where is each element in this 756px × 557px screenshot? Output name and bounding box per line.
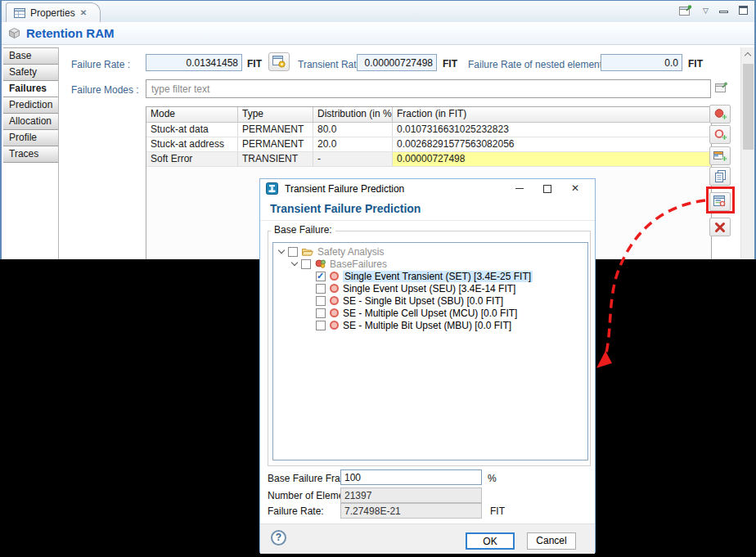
calculate-failure-rate-button[interactable] bbox=[268, 52, 290, 71]
close-icon[interactable]: ✕ bbox=[80, 8, 87, 17]
add-failure-modes-table-button[interactable] bbox=[709, 146, 731, 165]
expander-icon[interactable] bbox=[291, 259, 298, 266]
link-with-editor-icon[interactable] bbox=[715, 82, 728, 92]
failure-rate-field[interactable] bbox=[146, 54, 242, 71]
sidebar-item-base[interactable]: Base bbox=[3, 48, 58, 65]
view-tab-bar: Properties ✕ ▽ bbox=[2, 1, 754, 22]
tree-item-safety-analysis[interactable]: Safety Analysis bbox=[273, 245, 384, 258]
column-header-distribution[interactable]: Distribution (in %) bbox=[313, 107, 393, 122]
tree-item-mcu[interactable]: SE - Multiple Cell Upset (MCU) [0.0 FIT] bbox=[273, 307, 517, 319]
tree-label: SE - Single Bit Upset (SBU) [0.0 FIT] bbox=[343, 295, 503, 307]
sidebar-item-failures[interactable]: Failures bbox=[3, 81, 58, 97]
cell-distribution: - bbox=[313, 152, 393, 166]
add-transient-failure-mode-button[interactable] bbox=[709, 125, 731, 144]
failure-modes-label: Failure Modes : bbox=[71, 84, 139, 96]
ok-button[interactable]: OK bbox=[466, 532, 515, 550]
number-of-elements-field bbox=[340, 487, 482, 503]
cell-type: PERMANENT bbox=[238, 123, 313, 137]
tree-item-mbu[interactable]: SE - Multiple Bit Upset (MBU) [0.0 FIT] bbox=[273, 319, 511, 331]
checkbox-set[interactable] bbox=[316, 272, 326, 281]
cell-distribution: 20.0 bbox=[313, 137, 393, 151]
sidebar-item-prediction[interactable]: Prediction bbox=[3, 97, 58, 114]
base-failure-icon bbox=[330, 308, 339, 317]
sidebar-item-traces[interactable]: Traces bbox=[3, 146, 58, 163]
tab-properties[interactable]: Properties ✕ bbox=[6, 2, 101, 22]
copy-icon bbox=[714, 170, 727, 183]
dialog-fit-unit: FIT bbox=[490, 505, 505, 517]
cancel-button[interactable]: Cancel bbox=[527, 532, 576, 550]
maximize-icon[interactable] bbox=[739, 6, 748, 15]
checkbox-sbu[interactable] bbox=[316, 296, 326, 306]
add-transient-failure-icon bbox=[713, 128, 727, 141]
checkbox-mbu[interactable] bbox=[316, 321, 326, 330]
base-failure-icon bbox=[330, 321, 339, 330]
view-menu-icon[interactable]: ▽ bbox=[703, 7, 709, 15]
checkbox-safety-analysis[interactable] bbox=[288, 247, 298, 257]
checkbox-basefailures[interactable] bbox=[301, 259, 311, 269]
sidebar-item-safety[interactable]: Safety bbox=[3, 65, 58, 81]
dialog-maximize-icon[interactable] bbox=[535, 179, 560, 197]
delete-failure-mode-button[interactable] bbox=[709, 218, 731, 236]
cell-distribution: 80.0 bbox=[313, 123, 393, 137]
add-table-icon bbox=[713, 150, 727, 163]
dialog-minimize-icon[interactable] bbox=[507, 179, 532, 197]
vertical-scrollbar[interactable] bbox=[740, 47, 754, 259]
base-failure-group-label: Base Failure: bbox=[271, 224, 335, 236]
add-failure-mode-icon bbox=[713, 108, 727, 121]
cell-type: PERMANENT bbox=[238, 137, 313, 151]
tree-label: SE - Multiple Cell Upset (MCU) [0.0 FIT] bbox=[343, 308, 517, 319]
tree-label: Single Event Upset (SEU) [3.4E-14 FIT] bbox=[343, 283, 515, 294]
table-row-soft-error[interactable]: Soft Error TRANSIENT - 0.00000727498 bbox=[146, 152, 711, 167]
minimize-icon[interactable] bbox=[719, 11, 728, 13]
heading-separator bbox=[260, 220, 595, 221]
scrollbar-up-icon[interactable] bbox=[741, 47, 755, 61]
column-header-fraction[interactable]: Fraction (in FIT) bbox=[393, 107, 711, 122]
checkbox-mcu[interactable] bbox=[316, 308, 326, 318]
dialog-failure-rate-field bbox=[340, 503, 482, 519]
table-row-stuck-at-address[interactable]: Stuck-at address PERMANENT 20.0 0.002682… bbox=[146, 137, 711, 152]
help-icon[interactable]: ? bbox=[271, 530, 286, 546]
transient-rate-unit: FIT bbox=[443, 58, 457, 70]
sidebar-item-allocation[interactable]: Allocation bbox=[3, 114, 58, 130]
tree-item-set[interactable]: Single Event Transient (SET) [3.4E-25 FI… bbox=[273, 270, 533, 282]
column-header-mode[interactable]: Mode bbox=[146, 107, 238, 122]
dialog-footer: ? OK Cancel bbox=[260, 523, 595, 554]
copy-failure-mode-button[interactable] bbox=[709, 167, 731, 186]
checkbox-seu[interactable] bbox=[316, 284, 326, 294]
table-header-row: Mode Type Distribution (in %) Fraction (… bbox=[146, 107, 711, 123]
tree-item-sbu[interactable]: SE - Single Bit Upset (SBU) [0.0 FIT] bbox=[273, 294, 503, 307]
tree-item-seu[interactable]: Single Event Upset (SEU) [3.4E-14 FIT] bbox=[273, 282, 515, 294]
sidebar-item-profile[interactable]: Profile bbox=[3, 130, 58, 146]
tree-label: SE - Multiple Bit Upset (MBU) [0.0 FIT] bbox=[343, 320, 511, 331]
tree-label: BaseFailures bbox=[330, 258, 387, 270]
page-title: Retention RAM bbox=[26, 26, 115, 40]
dialog-failure-rate-label: Failure Rate: bbox=[268, 505, 324, 517]
base-failure-fraction-field[interactable] bbox=[340, 469, 482, 485]
failure-modes-filter-input[interactable] bbox=[146, 79, 711, 98]
tab-properties-label: Properties bbox=[30, 7, 75, 19]
calculate-icon bbox=[272, 56, 286, 68]
annotation-highlight-box bbox=[706, 186, 735, 213]
cell-fraction: 0.0107316631025232823 bbox=[393, 123, 711, 137]
delete-icon bbox=[714, 222, 726, 233]
screenshot-stage: Properties ✕ ▽ bbox=[0, 0, 756, 557]
dialog-close-icon[interactable]: ✕ bbox=[563, 179, 587, 197]
column-header-type[interactable]: Type bbox=[238, 107, 313, 122]
nested-rate-field[interactable] bbox=[601, 54, 682, 71]
add-permanent-failure-mode-button[interactable] bbox=[709, 105, 731, 124]
arrowhead-icon bbox=[596, 351, 612, 368]
transient-failure-prediction-dialog: Transient Failure Prediction ✕ Transient… bbox=[259, 178, 596, 553]
expander-icon[interactable] bbox=[278, 247, 285, 254]
dialog-title: Transient Failure Prediction bbox=[285, 183, 404, 195]
cell-mode: Stuck-at data bbox=[146, 123, 238, 137]
tree-item-basefailures[interactable]: BaseFailures bbox=[273, 258, 387, 270]
basefailures-icon bbox=[315, 259, 326, 268]
scrollbar-thumb[interactable] bbox=[743, 64, 754, 150]
cell-mode: Stuck-at address bbox=[146, 137, 238, 151]
properties-sidebar: Base Safety Failures Prediction Allocati… bbox=[3, 47, 59, 259]
transient-rate-field[interactable] bbox=[357, 54, 437, 71]
cell-fraction-highlighted: 0.00000727498 bbox=[393, 152, 711, 166]
nested-rate-label: Failure Rate of nested elements : bbox=[468, 59, 613, 70]
pin-view-icon[interactable] bbox=[679, 5, 692, 16]
table-row-stuck-at-data[interactable]: Stuck-at data PERMANENT 80.0 0.010731663… bbox=[146, 123, 711, 137]
